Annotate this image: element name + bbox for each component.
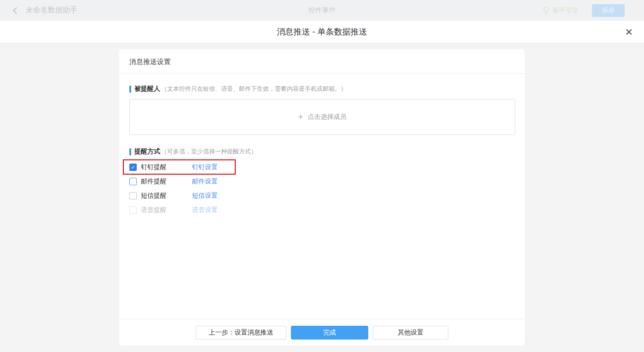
sms-settings-link[interactable]: 短信设置 xyxy=(192,192,218,200)
recipients-section-title: 被提醒人 （文本控件只在短信、语音、邮件下生效，需要内容是手机或邮箱。） xyxy=(129,85,515,93)
methods-section-title: 提醒方式 （可多选，至少选择一种提醒方式） xyxy=(129,147,515,156)
guide-button[interactable]: 新手引导 xyxy=(543,6,578,15)
app-title: 未命名数据助手 xyxy=(26,6,77,15)
modal-title: 消息推送 - 单条数据推送 xyxy=(277,26,367,37)
card-header: 消息推送设置 xyxy=(119,49,525,74)
option-label: 邮件提醒 xyxy=(141,177,192,186)
option-label: 短信提醒 xyxy=(141,192,192,200)
email-checkbox[interactable] xyxy=(129,178,137,185)
back-chevron-icon[interactable] xyxy=(11,6,19,15)
option-row-email: 邮件提醒 邮件设置 xyxy=(129,174,242,188)
modal-body: 消息推送设置 被提醒人 （文本控件只在短信、语音、邮件下生效，需要内容是手机或邮… xyxy=(0,43,644,352)
reminder-options: ✓ 钉钉提醒 钉钉设置 邮件提醒 邮件设置 短信提醒 短信设置 语音提醒 xyxy=(129,160,515,217)
card-footer: 上一步：设置消息推送 完成 其他设置 xyxy=(119,319,525,346)
member-picker-label: 点击选择成员 xyxy=(308,113,347,121)
sms-checkbox[interactable] xyxy=(129,192,137,199)
dingtalk-checkbox[interactable]: ✓ xyxy=(129,164,137,171)
dingtalk-settings-link[interactable]: 钉钉设置 xyxy=(192,163,218,171)
methods-title: 提醒方式 xyxy=(134,147,160,156)
option-label: 语音提醒 xyxy=(141,206,192,214)
recipients-note: （文本控件只在短信、语音、邮件下生效，需要内容是手机或邮箱。） xyxy=(161,85,347,93)
option-label: 钉钉提醒 xyxy=(141,163,192,171)
prev-step-button[interactable]: 上一步：设置消息推送 xyxy=(196,326,286,340)
option-row-sms: 短信提醒 短信设置 xyxy=(129,188,242,203)
topbar-right: 新手引导 保存 xyxy=(543,4,644,17)
option-row-voice: 语音提醒 语音设置 xyxy=(129,203,242,217)
modal-header: 消息推送 - 单条数据推送 ✕ xyxy=(0,21,644,43)
methods-note: （可多选，至少选择一种提醒方式） xyxy=(161,147,257,156)
voice-checkbox xyxy=(129,206,137,214)
plus-icon: + xyxy=(298,112,303,122)
save-button[interactable]: 保存 xyxy=(592,4,625,17)
guide-label: 新手引导 xyxy=(552,6,578,15)
recipients-title: 被提醒人 xyxy=(134,85,160,93)
option-row-dingtalk: ✓ 钉钉提醒 钉钉设置 xyxy=(129,160,242,174)
lightbulb-icon xyxy=(543,6,550,14)
top-bar: 未命名数据助手 控件事件 新手引导 保存 xyxy=(0,0,644,21)
close-icon[interactable]: ✕ xyxy=(625,27,633,37)
section-marker xyxy=(129,86,131,93)
voice-settings-link: 语音设置 xyxy=(192,206,218,214)
topbar-left: 未命名数据助手 xyxy=(0,6,77,15)
other-settings-button[interactable]: 其他设置 xyxy=(373,326,448,340)
settings-card: 消息推送设置 被提醒人 （文本控件只在短信、语音、邮件下生效，需要内容是手机或邮… xyxy=(119,49,525,346)
member-picker[interactable]: + 点击选择成员 xyxy=(129,99,515,135)
card-content: 被提醒人 （文本控件只在短信、语音、邮件下生效，需要内容是手机或邮箱。） + 点… xyxy=(119,74,525,319)
done-button[interactable]: 完成 xyxy=(291,326,368,340)
section-marker xyxy=(129,148,131,155)
email-settings-link[interactable]: 邮件设置 xyxy=(192,177,218,186)
